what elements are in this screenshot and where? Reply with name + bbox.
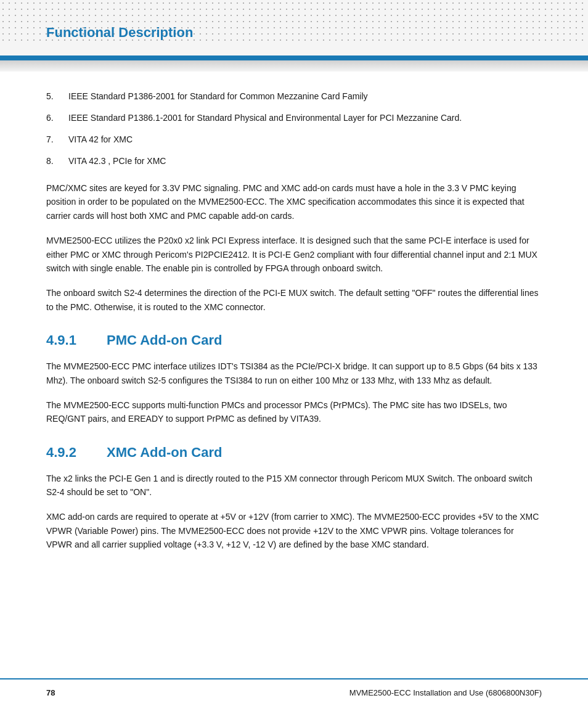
list-num: 5. bbox=[46, 90, 68, 103]
list-item: 8.VITA 42.3 , PCIe for XMC bbox=[46, 155, 542, 168]
gray-bar bbox=[0, 60, 588, 72]
section-title-pmc: PMC Add-on Card bbox=[107, 332, 222, 348]
list-num: 7. bbox=[46, 133, 68, 146]
section-paragraph: The MVME2500-ECC supports multi-function… bbox=[46, 398, 542, 426]
page-title: Functional Description bbox=[46, 25, 193, 41]
list-item: 5.IEEE Standard P1386-2001 for Standard … bbox=[46, 90, 542, 103]
main-content: 5.IEEE Standard P1386-2001 for Standard … bbox=[0, 72, 588, 588]
blue-bar bbox=[0, 55, 588, 60]
list-item: 7.VITA 42 for XMC bbox=[46, 133, 542, 146]
body-paragraph: PMC/XMC sites are keyed for 3.3V PMC sig… bbox=[46, 181, 542, 223]
body-paragraph: MVME2500-ECC utilizes the P20x0 x2 link … bbox=[46, 234, 542, 275]
list-num: 6. bbox=[46, 112, 68, 125]
footer-doc-title: MVME2500-ECC Installation and Use (68068… bbox=[349, 688, 542, 697]
section-title-xmc: XMC Add-on Card bbox=[107, 445, 222, 461]
body-paragraph: The onboard switch S2-4 determines the d… bbox=[46, 286, 542, 314]
section-num-pmc: 4.9.1 bbox=[46, 332, 89, 348]
section-pmc-addon: 4.9.1 PMC Add-on Card The MVME2500-ECC P… bbox=[46, 332, 542, 426]
section-paragraph: The x2 links the PCI-E Gen 1 and is dire… bbox=[46, 472, 542, 499]
footer-page-number: 78 bbox=[46, 688, 55, 697]
section-heading-pmc: 4.9.1 PMC Add-on Card bbox=[46, 332, 542, 348]
list-text: IEEE Standard P1386-2001 for Standard fo… bbox=[68, 90, 542, 103]
standards-list: 5.IEEE Standard P1386-2001 for Standard … bbox=[46, 90, 542, 168]
section-paragraph: XMC add-on cards are required to operate… bbox=[46, 510, 542, 551]
section-xmc-addon: 4.9.2 XMC Add-on Card The x2 links the P… bbox=[46, 445, 542, 552]
list-text: VITA 42 for XMC bbox=[68, 133, 542, 146]
list-num: 8. bbox=[46, 155, 68, 168]
section-heading-xmc: 4.9.2 XMC Add-on Card bbox=[46, 445, 542, 461]
section-num-xmc: 4.9.2 bbox=[46, 445, 89, 461]
section-paragraph: The MVME2500-ECC PMC interface utilizes … bbox=[46, 359, 542, 387]
header-area: Functional Description bbox=[0, 0, 588, 55]
footer: 78 MVME2500-ECC Installation and Use (68… bbox=[0, 678, 588, 706]
pmc-paragraphs: The MVME2500-ECC PMC interface utilizes … bbox=[46, 359, 542, 426]
list-item: 6.IEEE Standard P1386.1-2001 for Standar… bbox=[46, 112, 542, 125]
xmc-paragraphs: The x2 links the PCI-E Gen 1 and is dire… bbox=[46, 472, 542, 552]
body-paragraphs: PMC/XMC sites are keyed for 3.3V PMC sig… bbox=[46, 181, 542, 314]
list-text: IEEE Standard P1386.1-2001 for Standard … bbox=[68, 112, 542, 125]
list-text: VITA 42.3 , PCIe for XMC bbox=[68, 155, 542, 168]
